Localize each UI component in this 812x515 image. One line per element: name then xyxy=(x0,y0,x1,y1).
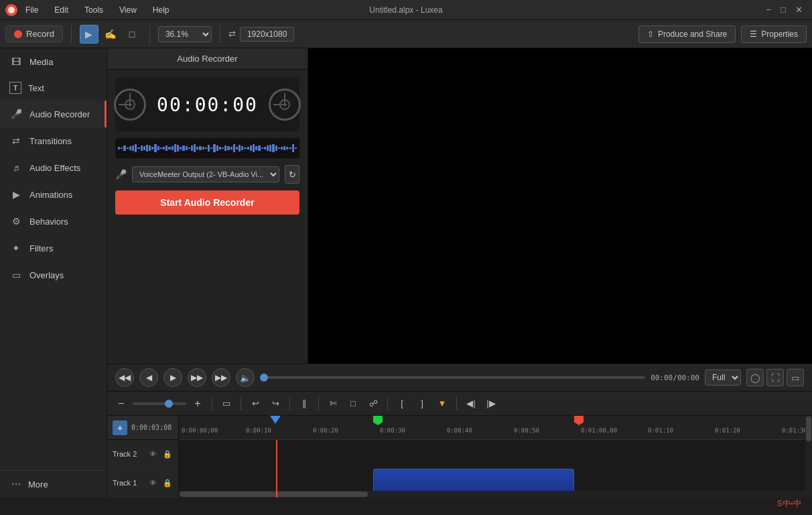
paste-button[interactable]: ☍ xyxy=(364,395,382,412)
share-icon: ⇧ xyxy=(647,30,654,39)
wave-bar xyxy=(210,148,212,149)
wave-bar xyxy=(135,144,137,152)
toolbar-right: ⇧ Produce and Share ☰ Properties xyxy=(638,25,807,43)
go-start-button[interactable]: ◀◀ xyxy=(115,368,134,387)
tl-separator-4 xyxy=(318,397,319,410)
step-back-button[interactable]: ◀ xyxy=(139,368,158,387)
right-reel xyxy=(269,84,301,125)
recorder-display: 00:00:00 xyxy=(115,78,299,131)
sidebar-item-behaviors[interactable]: ⚙ Behaviors xyxy=(0,208,107,235)
sidebar-item-audio-effects[interactable]: ♬ Audio Effects xyxy=(0,154,107,181)
sidebar-item-text[interactable]: T Text xyxy=(0,75,107,101)
vertical-scrollbar[interactable] xyxy=(805,416,812,498)
track-row-1: Track 1 👁 🔒 xyxy=(107,469,178,498)
app-icon xyxy=(5,4,17,16)
wave-bar xyxy=(255,146,257,150)
add-track-button[interactable]: + xyxy=(113,420,127,435)
detach-button[interactable]: ▭ xyxy=(787,369,804,386)
crop-tool-button[interactable]: □ xyxy=(123,25,141,44)
waveform-display xyxy=(115,138,299,158)
go-next-marker-button[interactable]: |▶ xyxy=(482,395,500,412)
sidebar-item-transitions[interactable]: ⇄ Transitions xyxy=(0,127,107,154)
horizontal-scrollbar[interactable] xyxy=(179,491,805,498)
marker-button[interactable]: ▼ xyxy=(433,395,451,412)
go-prev-marker-button[interactable]: ◀| xyxy=(462,395,480,412)
redo-button[interactable]: ↪ xyxy=(267,395,284,412)
volume-button[interactable]: 🔈 xyxy=(236,368,255,387)
play-button[interactable]: ▶ xyxy=(163,368,182,387)
menu-edit[interactable]: Edit xyxy=(52,4,71,16)
menu-view[interactable]: View xyxy=(117,4,139,16)
wave-bar xyxy=(172,146,174,150)
zoom-out-button[interactable]: − xyxy=(113,395,130,412)
timeline-toolbar: − + ▭ ↩ ↪ ∥ ✄ □ ☍ [ ] xyxy=(107,392,812,416)
sidebar-item-audio-recorder[interactable]: 🎤 Audio Recorder xyxy=(0,101,107,127)
mark-in-button[interactable]: [ xyxy=(393,395,411,412)
track-1-lock-button[interactable]: 🔒 xyxy=(162,477,173,488)
select-tool-button[interactable]: ▶ xyxy=(80,25,98,44)
go-end-button[interactable]: ▶▶ xyxy=(188,368,206,387)
zoom-slider[interactable] xyxy=(133,402,186,405)
track-2-lock-button[interactable]: 🔒 xyxy=(162,449,173,459)
mic-device-select[interactable]: VoiceMeeter Output (2- VB-Audio Vi... xyxy=(132,166,279,182)
mark-out-button[interactable]: ] xyxy=(413,395,431,412)
wave-bar xyxy=(278,148,280,149)
wave-bar xyxy=(269,145,271,152)
wave-bar xyxy=(213,144,215,152)
resolution-button[interactable]: 1920x1080 xyxy=(240,27,294,42)
properties-button[interactable]: ☰ Properties xyxy=(741,25,807,43)
upper-area: Audio Recorder 00:00:00 xyxy=(107,48,812,363)
sidebar-item-overlays[interactable]: ▭ Overlays xyxy=(0,262,107,288)
microphone-icon: 🎤 xyxy=(115,169,127,180)
wave-bar xyxy=(261,148,263,149)
svg-point-0 xyxy=(8,7,15,13)
sidebar-item-filters[interactable]: ✦ Filters xyxy=(0,235,107,262)
menu-tools[interactable]: Tools xyxy=(82,4,106,16)
pan-tool-button[interactable]: ✍ xyxy=(101,25,120,44)
sidebar-item-media[interactable]: 🎞 Media xyxy=(0,48,107,75)
ruler-label-4: 0:00:40 xyxy=(447,427,472,434)
wave-bar xyxy=(141,146,143,151)
split-at-playhead-button[interactable]: ∥ xyxy=(295,395,313,412)
zoom-select[interactable]: 36.1% xyxy=(158,26,212,42)
fit-to-screen-button[interactable]: ▭ xyxy=(218,395,235,412)
track-1-visibility-button[interactable]: 👁 xyxy=(147,477,158,488)
start-audio-recorder-button[interactable]: Start Audio Recorder xyxy=(115,190,299,215)
menu-file[interactable]: File xyxy=(23,4,41,16)
refresh-devices-button[interactable]: ↻ xyxy=(285,165,299,184)
track-2-visibility-button[interactable]: 👁 xyxy=(147,449,158,459)
screenshot-button[interactable]: ◯ xyxy=(746,369,764,386)
wave-bar xyxy=(250,146,252,151)
step-forward-button[interactable]: ▶▶ xyxy=(212,368,230,387)
sidebar-item-animations[interactable]: ▶ Animations xyxy=(0,181,107,208)
quality-select[interactable]: Full xyxy=(705,369,741,386)
sidebar-label-behaviors: Behaviors xyxy=(29,217,68,227)
progress-track[interactable] xyxy=(260,376,645,379)
wave-bar xyxy=(146,145,148,152)
timeline-tracks-area: 0:00:00;00 0:00:10 0:00:20 0:00:30 0:00:… xyxy=(179,416,812,498)
zoom-in-button[interactable]: + xyxy=(189,395,206,412)
current-time: 00:00 xyxy=(651,374,673,382)
ruler-label-0: 0:00:00;00 xyxy=(182,427,218,434)
sidebar-label-audio-effects: Audio Effects xyxy=(29,163,80,173)
total-time: 00:00 xyxy=(677,374,699,382)
menu-help[interactable]: Help xyxy=(150,4,172,16)
wave-bar xyxy=(123,146,125,151)
record-button[interactable]: Record xyxy=(5,25,63,42)
produce-share-button[interactable]: ⇧ Produce and Share xyxy=(638,25,736,43)
maximize-button[interactable]: □ xyxy=(776,3,790,16)
sidebar-label-audio-recorder: Audio Recorder xyxy=(29,109,90,119)
copy-button[interactable]: □ xyxy=(344,395,362,412)
tl-separator-2 xyxy=(241,397,241,410)
fullscreen-button[interactable]: ⛶ xyxy=(766,369,784,386)
cut-button[interactable]: ✄ xyxy=(324,395,342,412)
wave-bar xyxy=(295,148,297,149)
close-button[interactable]: ✕ xyxy=(791,3,807,16)
playback-controls: ◀◀ ◀ ▶ ▶▶ ▶▶ 🔈 00:00/00:00 Full ◯ ⛶ ▭ xyxy=(107,363,812,392)
reel-spoke-h2 xyxy=(273,104,287,105)
more-button[interactable]: ⋯ More xyxy=(0,470,107,498)
undo-button[interactable]: ↩ xyxy=(247,395,264,412)
wave-bar xyxy=(258,146,260,151)
wave-bar xyxy=(129,146,131,150)
minimize-button[interactable]: − xyxy=(762,3,776,16)
